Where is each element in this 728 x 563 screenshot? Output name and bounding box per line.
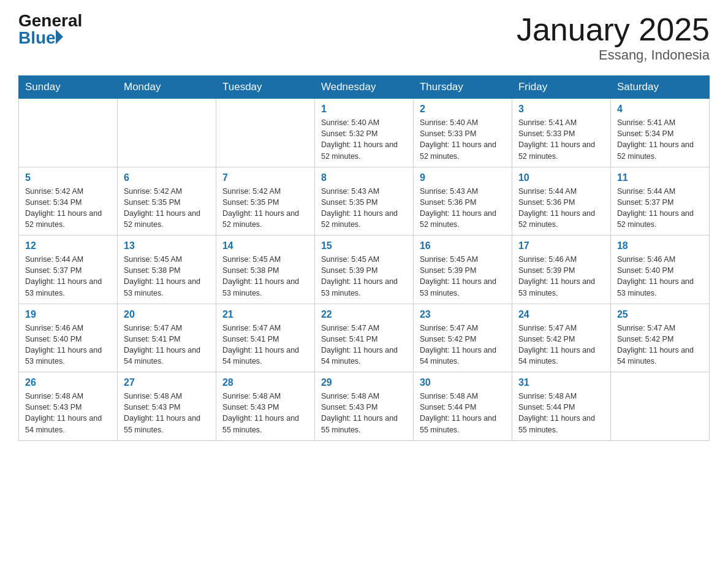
calendar-cell: 24Sunrise: 5:47 AMSunset: 5:42 PMDayligh… [512, 304, 610, 372]
calendar-cell: 5Sunrise: 5:42 AMSunset: 5:34 PMDaylight… [19, 167, 118, 236]
logo-general-text: General [18, 12, 82, 29]
day-number: 29 [321, 377, 407, 388]
day-number: 4 [617, 104, 703, 115]
calendar-cell: 19Sunrise: 5:46 AMSunset: 5:40 PMDayligh… [19, 304, 118, 372]
calendar-cell: 10Sunrise: 5:44 AMSunset: 5:36 PMDayligh… [512, 167, 610, 236]
day-info: Sunrise: 5:45 AMSunset: 5:38 PMDaylight:… [222, 254, 308, 299]
day-number: 7 [222, 172, 308, 183]
day-number: 6 [124, 172, 210, 183]
calendar-cell: 13Sunrise: 5:45 AMSunset: 5:38 PMDayligh… [117, 236, 216, 304]
page-header: General Blue January 2025 Essang, Indone… [18, 12, 710, 63]
day-of-week-header: Saturday [610, 76, 709, 99]
day-info: Sunrise: 5:48 AMSunset: 5:43 PMDaylight:… [321, 391, 407, 435]
logo-blue-row: Blue [18, 29, 63, 47]
day-info: Sunrise: 5:40 AMSunset: 5:32 PMDaylight:… [321, 117, 407, 162]
calendar-week-row: 12Sunrise: 5:44 AMSunset: 5:37 PMDayligh… [19, 236, 710, 304]
day-number: 3 [518, 104, 604, 115]
day-info: Sunrise: 5:44 AMSunset: 5:37 PMDaylight:… [617, 186, 703, 231]
day-info: Sunrise: 5:43 AMSunset: 5:35 PMDaylight:… [321, 186, 407, 231]
day-info: Sunrise: 5:41 AMSunset: 5:33 PMDaylight:… [518, 117, 604, 162]
day-number: 21 [222, 309, 308, 320]
day-of-week-header: Friday [512, 76, 610, 99]
day-number: 24 [518, 309, 604, 320]
calendar-table: SundayMondayTuesdayWednesdayThursdayFrid… [18, 75, 710, 441]
day-info: Sunrise: 5:45 AMSunset: 5:38 PMDaylight:… [124, 254, 210, 299]
calendar-header-row: SundayMondayTuesdayWednesdayThursdayFrid… [19, 76, 710, 99]
calendar-cell: 12Sunrise: 5:44 AMSunset: 5:37 PMDayligh… [19, 236, 118, 304]
day-number: 26 [25, 377, 111, 388]
logo-blue-text: Blue [18, 29, 56, 47]
calendar-cell: 8Sunrise: 5:43 AMSunset: 5:35 PMDaylight… [314, 167, 413, 236]
day-number: 27 [124, 377, 210, 388]
day-info: Sunrise: 5:48 AMSunset: 5:43 PMDaylight:… [124, 391, 210, 435]
logo: General Blue [18, 12, 82, 47]
calendar-cell [216, 99, 314, 167]
day-number: 23 [420, 309, 506, 320]
day-info: Sunrise: 5:47 AMSunset: 5:41 PMDaylight:… [124, 323, 210, 367]
day-number: 19 [25, 309, 111, 320]
calendar-cell [610, 372, 709, 441]
day-info: Sunrise: 5:47 AMSunset: 5:41 PMDaylight:… [222, 323, 308, 367]
calendar-week-row: 1Sunrise: 5:40 AMSunset: 5:32 PMDaylight… [19, 99, 710, 167]
calendar-cell: 3Sunrise: 5:41 AMSunset: 5:33 PMDaylight… [512, 99, 610, 167]
title-block: January 2025 Essang, Indonesia [517, 12, 710, 63]
day-info: Sunrise: 5:40 AMSunset: 5:33 PMDaylight:… [420, 117, 506, 162]
calendar-cell: 23Sunrise: 5:47 AMSunset: 5:42 PMDayligh… [413, 304, 512, 372]
day-info: Sunrise: 5:41 AMSunset: 5:34 PMDaylight:… [617, 117, 703, 162]
calendar-week-row: 19Sunrise: 5:46 AMSunset: 5:40 PMDayligh… [19, 304, 710, 372]
day-number: 25 [617, 309, 703, 320]
day-number: 15 [321, 240, 407, 251]
calendar-cell: 22Sunrise: 5:47 AMSunset: 5:41 PMDayligh… [314, 304, 413, 372]
day-info: Sunrise: 5:46 AMSunset: 5:40 PMDaylight:… [617, 254, 703, 299]
calendar-cell [19, 99, 118, 167]
day-number: 28 [222, 377, 308, 388]
day-info: Sunrise: 5:45 AMSunset: 5:39 PMDaylight:… [321, 254, 407, 299]
location-label: Essang, Indonesia [517, 47, 710, 63]
calendar-cell: 31Sunrise: 5:48 AMSunset: 5:44 PMDayligh… [512, 372, 610, 441]
day-info: Sunrise: 5:47 AMSunset: 5:42 PMDaylight:… [420, 323, 506, 367]
day-info: Sunrise: 5:48 AMSunset: 5:43 PMDaylight:… [222, 391, 308, 435]
day-info: Sunrise: 5:44 AMSunset: 5:37 PMDaylight:… [25, 254, 111, 299]
day-info: Sunrise: 5:42 AMSunset: 5:35 PMDaylight:… [124, 186, 210, 231]
calendar-cell: 18Sunrise: 5:46 AMSunset: 5:40 PMDayligh… [610, 236, 709, 304]
day-number: 16 [420, 240, 506, 251]
day-number: 14 [222, 240, 308, 251]
calendar-week-row: 5Sunrise: 5:42 AMSunset: 5:34 PMDaylight… [19, 167, 710, 236]
day-info: Sunrise: 5:47 AMSunset: 5:42 PMDaylight:… [518, 323, 604, 367]
calendar-cell: 2Sunrise: 5:40 AMSunset: 5:33 PMDaylight… [413, 99, 512, 167]
calendar-cell: 20Sunrise: 5:47 AMSunset: 5:41 PMDayligh… [117, 304, 216, 372]
day-number: 13 [124, 240, 210, 251]
day-info: Sunrise: 5:45 AMSunset: 5:39 PMDaylight:… [420, 254, 506, 299]
day-info: Sunrise: 5:47 AMSunset: 5:42 PMDaylight:… [617, 323, 703, 367]
calendar-cell: 4Sunrise: 5:41 AMSunset: 5:34 PMDaylight… [610, 99, 709, 167]
calendar-cell: 27Sunrise: 5:48 AMSunset: 5:43 PMDayligh… [117, 372, 216, 441]
day-number: 2 [420, 104, 506, 115]
calendar-cell: 15Sunrise: 5:45 AMSunset: 5:39 PMDayligh… [314, 236, 413, 304]
day-number: 20 [124, 309, 210, 320]
calendar-cell: 6Sunrise: 5:42 AMSunset: 5:35 PMDaylight… [117, 167, 216, 236]
day-of-week-header: Tuesday [216, 76, 314, 99]
day-number: 31 [518, 377, 604, 388]
day-number: 12 [25, 240, 111, 251]
day-number: 30 [420, 377, 506, 388]
day-number: 9 [420, 172, 506, 183]
day-number: 8 [321, 172, 407, 183]
calendar-cell: 28Sunrise: 5:48 AMSunset: 5:43 PMDayligh… [216, 372, 314, 441]
day-of-week-header: Wednesday [314, 76, 413, 99]
calendar-cell: 16Sunrise: 5:45 AMSunset: 5:39 PMDayligh… [413, 236, 512, 304]
day-number: 10 [518, 172, 604, 183]
calendar-cell: 1Sunrise: 5:40 AMSunset: 5:32 PMDaylight… [314, 99, 413, 167]
day-info: Sunrise: 5:42 AMSunset: 5:34 PMDaylight:… [25, 186, 111, 231]
day-info: Sunrise: 5:46 AMSunset: 5:40 PMDaylight:… [25, 323, 111, 367]
day-info: Sunrise: 5:43 AMSunset: 5:36 PMDaylight:… [420, 186, 506, 231]
day-of-week-header: Thursday [413, 76, 512, 99]
day-number: 11 [617, 172, 703, 183]
day-info: Sunrise: 5:42 AMSunset: 5:35 PMDaylight:… [222, 186, 308, 231]
calendar-cell: 30Sunrise: 5:48 AMSunset: 5:44 PMDayligh… [413, 372, 512, 441]
day-info: Sunrise: 5:46 AMSunset: 5:39 PMDaylight:… [518, 254, 604, 299]
calendar-cell: 29Sunrise: 5:48 AMSunset: 5:43 PMDayligh… [314, 372, 413, 441]
calendar-cell: 17Sunrise: 5:46 AMSunset: 5:39 PMDayligh… [512, 236, 610, 304]
day-number: 5 [25, 172, 111, 183]
day-number: 1 [321, 104, 407, 115]
calendar-cell: 14Sunrise: 5:45 AMSunset: 5:38 PMDayligh… [216, 236, 314, 304]
